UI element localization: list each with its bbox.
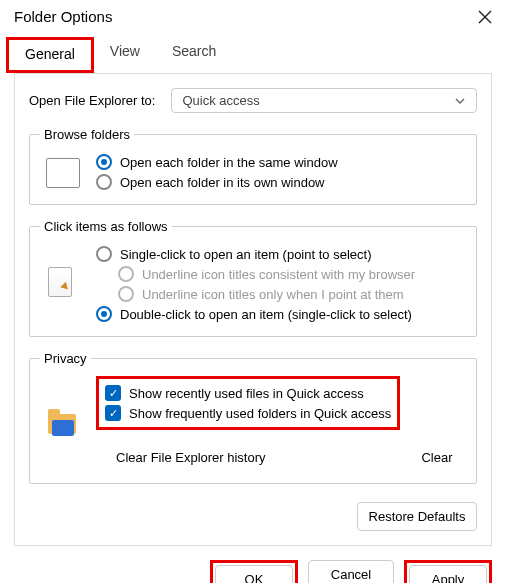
radio-icon <box>96 174 112 190</box>
apply-highlight: Apply <box>404 560 492 583</box>
radio-same-window-label: Open each folder in the same window <box>120 155 338 170</box>
click-document-icon <box>48 267 78 301</box>
open-explorer-label: Open File Explorer to: <box>29 93 155 108</box>
check-frequent-folders-label: Show frequently used folders in Quick ac… <box>129 406 391 421</box>
browse-folders-legend: Browse folders <box>40 127 134 142</box>
close-icon[interactable] <box>478 10 492 24</box>
folder-icon <box>46 158 80 188</box>
open-explorer-select[interactable]: Quick access <box>171 88 477 113</box>
ok-highlight: OK <box>210 560 298 583</box>
radio-icon <box>96 246 112 262</box>
browse-folders-group: Browse folders Open each folder in the s… <box>29 127 477 205</box>
privacy-legend: Privacy <box>40 351 91 366</box>
privacy-highlight: ✓ Show recently used files in Quick acce… <box>96 376 400 430</box>
radio-icon <box>118 266 134 282</box>
window-title: Folder Options <box>14 8 112 25</box>
privacy-photo-icon <box>46 408 80 440</box>
radio-own-window-label: Open each folder in its own window <box>120 175 325 190</box>
radio-double-click-label: Double-click to open an item (single-cli… <box>120 307 412 322</box>
apply-button[interactable]: Apply <box>409 565 487 583</box>
tab-view[interactable]: View <box>94 37 156 73</box>
tab-search[interactable]: Search <box>156 37 232 73</box>
restore-defaults-button[interactable]: Restore Defaults <box>357 502 477 531</box>
tabs: General View Search <box>0 37 506 73</box>
check-recent-files[interactable]: ✓ Show recently used files in Quick acce… <box>105 383 391 403</box>
checkmark-icon: ✓ <box>105 385 121 401</box>
radio-same-window[interactable]: Open each folder in the same window <box>96 152 466 172</box>
radio-underline-browser-label: Underline icon titles consistent with my… <box>142 267 415 282</box>
radio-single-click[interactable]: Single-click to open an item (point to s… <box>96 244 466 264</box>
cancel-button[interactable]: Cancel <box>308 560 394 583</box>
radio-icon <box>118 286 134 302</box>
radio-underline-browser: Underline icon titles consistent with my… <box>118 264 466 284</box>
click-items-legend: Click items as follows <box>40 219 172 234</box>
checkmark-icon: ✓ <box>105 405 121 421</box>
radio-double-click[interactable]: Double-click to open an item (single-cli… <box>96 304 466 324</box>
radio-underline-point-label: Underline icon titles only when I point … <box>142 287 404 302</box>
check-recent-files-label: Show recently used files in Quick access <box>129 386 364 401</box>
clear-history-label: Clear File Explorer history <box>116 450 266 465</box>
radio-underline-point: Underline icon titles only when I point … <box>118 284 466 304</box>
ok-button[interactable]: OK <box>215 565 293 583</box>
click-items-group: Click items as follows Single-click to o… <box>29 219 477 337</box>
open-explorer-value: Quick access <box>182 93 259 108</box>
radio-own-window[interactable]: Open each folder in its own window <box>96 172 466 192</box>
radio-single-click-label: Single-click to open an item (point to s… <box>120 247 371 262</box>
tab-general[interactable]: General <box>6 37 94 73</box>
chevron-down-icon <box>454 95 466 107</box>
check-frequent-folders[interactable]: ✓ Show frequently used folders in Quick … <box>105 403 391 423</box>
privacy-group: Privacy ✓ Show recently used files in Qu… <box>29 351 477 484</box>
radio-icon <box>96 306 112 322</box>
radio-icon <box>96 154 112 170</box>
clear-button[interactable]: Clear <box>408 444 466 471</box>
